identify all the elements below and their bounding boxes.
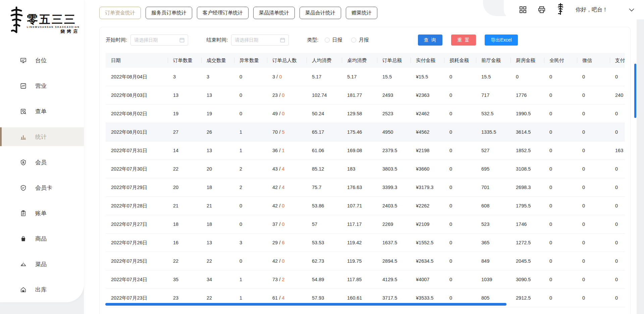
cell: 65.17 [307, 129, 342, 135]
statistics-panel: 开始时间: 请选择日期 结束时间: 请选择日期 类型: 日报 月报 查 询 重 [99, 27, 631, 314]
cell: 240 [610, 92, 625, 98]
cell: 13 [201, 148, 234, 153]
cell: 0 [577, 111, 610, 116]
cell: 0 [544, 92, 577, 98]
cell: 2912.5 [511, 295, 544, 301]
cell: ¥2262 [411, 203, 444, 208]
sidebar-item-statistics[interactable]: 统计 [0, 127, 84, 146]
cell: 1 [234, 277, 267, 282]
sidebar-item-stations[interactable]: 台位 [0, 51, 84, 70]
end-date-placeholder: 请选择日期 [235, 37, 258, 43]
apps-grid-icon[interactable] [519, 6, 527, 13]
cell: 43 / 4 [267, 166, 307, 172]
column-header-2: 成交数量 [201, 57, 234, 64]
radio-monthly[interactable]: 月报 [351, 37, 369, 43]
cell: 19 [168, 111, 201, 116]
table-row: 2022年07月29日2018242 / 475.7176.633399.3¥3… [106, 178, 625, 197]
vertical-scrollbar-thumb[interactable] [634, 64, 636, 118]
cell: 1776 [511, 92, 544, 98]
sidebar-item-outbound[interactable]: 出库 [0, 280, 84, 299]
cell: 0 [444, 111, 476, 116]
cell: 42 / 0 [267, 203, 307, 208]
cell: 22 [168, 166, 201, 172]
user-avatar-calligraphy-icon[interactable] [557, 3, 564, 17]
cell: 805 [476, 295, 511, 301]
radio-circle [351, 38, 356, 43]
tab-gift-dish[interactable]: 赠菜统计 [346, 7, 377, 19]
sidebar-item-label: 菜品 [35, 260, 47, 268]
cell: 21 [201, 203, 234, 208]
sidebar-item-business[interactable]: 营业 [0, 76, 84, 95]
cell: 37 / 0 [267, 222, 307, 227]
tab-manager-orders[interactable]: 客户经理订单统计 [197, 7, 249, 19]
start-date-input[interactable]: 请选择日期 [130, 35, 188, 46]
cell: 27 [168, 129, 201, 135]
cell: 18 [201, 222, 234, 227]
end-date-input[interactable]: 请选择日期 [231, 35, 289, 46]
cell: 129.58 [342, 111, 377, 116]
cell: 0 [577, 166, 610, 172]
query-button[interactable]: 查 询 [418, 35, 443, 46]
cell: 5.17 [307, 74, 342, 79]
sidebar-item-members[interactable]: 会员 [0, 153, 84, 172]
cell: 0 [444, 258, 476, 264]
cell: 22 [168, 258, 201, 264]
cell: 26 [201, 129, 234, 135]
cell: 175.46 [342, 129, 377, 135]
cell: 3090.5 [511, 277, 544, 282]
tab-waiter-orders[interactable]: 服务员订单统计 [146, 7, 192, 19]
cell: ¥15.5 [411, 74, 444, 79]
cell: 0 [544, 203, 577, 208]
cell: 0 [610, 111, 625, 116]
table-row: 2022年08月02日1919049 / 050.24129.582523¥24… [106, 105, 625, 123]
sidebar: 零五三三 LINGWUSANSAN SHAOKAODIAN 烧烤店 台位营业查单… [0, 0, 84, 302]
cell: 53.53 [307, 240, 342, 245]
sidebar-item-member-cards[interactable]: 会员卡 [0, 178, 84, 197]
chevron-down-icon[interactable] [628, 6, 635, 13]
cell: 3 / 0 [267, 74, 307, 79]
cell: 2022年08月04日 [106, 74, 168, 80]
cell: ¥3179.3 [411, 185, 444, 190]
cell: 2 [234, 166, 267, 172]
sidebar-item-goods[interactable]: 商品 [0, 229, 84, 248]
cell: 717 [476, 92, 511, 98]
cell: 61.06 [307, 148, 342, 153]
cell: 62.73 [307, 258, 342, 264]
radio-daily[interactable]: 日报 [325, 37, 342, 43]
reset-button[interactable]: 重 置 [451, 35, 476, 46]
horizontal-scrollbar-thumb[interactable] [105, 303, 506, 306]
cell: 23 / 0 [267, 92, 307, 98]
sidebar-item-order-search[interactable]: 查单 [0, 102, 84, 121]
radio-daily-label: 日报 [332, 37, 342, 43]
tab-dish-total[interactable]: 菜品合计统计 [300, 7, 341, 19]
export-excel-button[interactable]: 导出Excel [485, 35, 518, 46]
tab-order-funds[interactable]: 订单资金统计 [99, 7, 141, 19]
print-icon[interactable] [538, 6, 545, 13]
cell: 2022年07月29日 [106, 184, 168, 191]
cell: 0 [610, 185, 625, 190]
cell: ¥2634.5 [411, 258, 444, 264]
cell: 169.08 [342, 148, 377, 153]
sidebar-item-bills[interactable]: 账单 [0, 204, 84, 223]
sidebar-item-label: 查单 [35, 108, 47, 115]
clipboard-icon [20, 210, 26, 216]
cell: 20 [168, 185, 201, 190]
filter-bar: 开始时间: 请选择日期 结束时间: 请选择日期 类型: 日报 月报 查 询 重 [106, 35, 624, 46]
cell: 1335.5 [476, 129, 511, 135]
cell: ¥2462 [411, 111, 444, 116]
cell: 160.61 [342, 295, 377, 301]
chartimg-icon [20, 82, 26, 89]
cell: 50.24 [307, 111, 342, 116]
cell: 102.74 [307, 92, 342, 98]
column-header-6: 桌均消费 [342, 57, 377, 64]
cell: 0 [544, 166, 577, 172]
start-time-label: 开始时间: [106, 37, 127, 43]
cell: ¥2363 [411, 92, 444, 98]
sidebar-item-label: 会员卡 [35, 184, 52, 192]
cell: ¥2109 [411, 222, 444, 227]
background-bottom-left [0, 302, 84, 314]
sidebar-item-dishes[interactable]: 菜品 [0, 255, 84, 273]
tab-dish-list[interactable]: 菜品清单统计 [253, 7, 295, 19]
column-header-9: 损耗金额 [444, 57, 476, 64]
cell: 0 [234, 111, 267, 116]
